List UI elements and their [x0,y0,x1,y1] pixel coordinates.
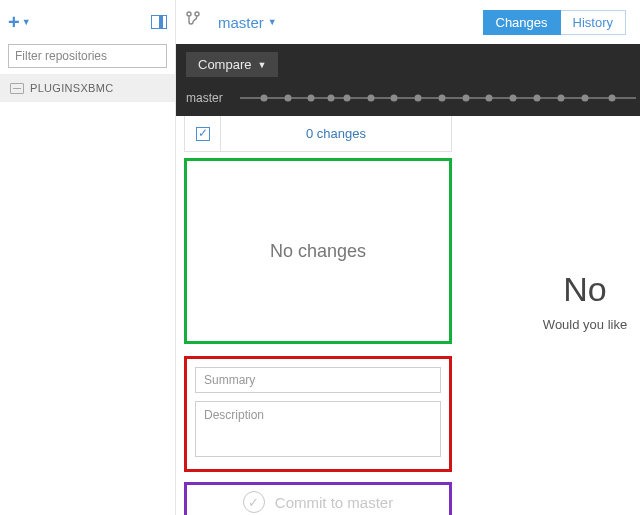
select-all-wrap [185,116,221,151]
commit-summary-input[interactable] [195,367,441,393]
commit-dot[interactable] [260,95,267,102]
commit-fields-panel [184,356,452,472]
filter-repositories-input[interactable] [8,44,167,68]
commit-dot[interactable] [328,95,335,102]
top-toolbar: master ▼ Changes History [176,0,640,44]
repo-list-item[interactable]: PLUGINSXBMC [0,74,175,102]
select-all-checkbox[interactable] [196,127,210,141]
commit-dot[interactable] [367,95,374,102]
changes-count: 0 changes [221,126,451,141]
graph-branch-label: master [186,91,240,105]
commit-dot[interactable] [284,95,291,102]
commit-description-input[interactable] [195,401,441,457]
caret-down-icon: ▼ [22,17,31,27]
add-repo-button[interactable]: + ▼ [8,11,31,34]
branch-selector[interactable]: master ▼ [218,14,277,31]
compare-button[interactable]: Compare ▼ [186,52,278,77]
commit-dot[interactable] [391,95,398,102]
caret-down-icon: ▼ [257,60,266,70]
commit-dot[interactable] [609,95,616,102]
no-changes-label: No changes [270,241,366,262]
commit-dot[interactable] [343,95,350,102]
changes-list-panel: No changes [184,158,452,344]
commit-dot[interactable] [438,95,445,102]
check-icon: ✓ [243,491,265,513]
commit-dot[interactable] [581,95,588,102]
commit-dot[interactable] [415,95,422,102]
changes-header: 0 changes [184,116,452,152]
commit-dot[interactable] [557,95,564,102]
commit-button[interactable]: ✓ Commit to master [184,482,452,515]
repo-sidebar: + ▼ PLUGINSXBMC [0,0,176,515]
commit-graph-row: master [186,91,640,105]
caret-down-icon: ▼ [268,17,277,27]
branch-icon [186,10,200,32]
commit-button-label: Commit to master [275,494,393,511]
tab-changes[interactable]: Changes [483,10,561,35]
repo-icon [10,83,24,94]
commit-dot[interactable] [486,95,493,102]
branch-name: master [218,14,264,31]
view-tabs: Changes History [483,10,641,35]
tab-history[interactable]: History [561,10,626,35]
sidebar-header: + ▼ [0,0,175,44]
plus-icon: + [8,11,20,34]
collapse-sidebar-button[interactable] [151,15,167,29]
main-area: master ▼ Changes History Compare ▼ maste… [176,0,640,515]
commit-dot[interactable] [510,95,517,102]
commit-dot[interactable] [462,95,469,102]
empty-state-subline: Would you like [530,317,640,332]
compare-label: Compare [198,57,251,72]
commit-dot[interactable] [534,95,541,102]
empty-state: No Would you like [530,270,640,332]
compare-graph-bar: Compare ▼ master [176,44,640,116]
filter-wrap [0,44,175,74]
empty-state-headline: No [530,270,640,309]
commit-graph-line[interactable] [240,97,636,99]
repo-name: PLUGINSXBMC [30,82,113,94]
commit-dot[interactable] [308,95,315,102]
